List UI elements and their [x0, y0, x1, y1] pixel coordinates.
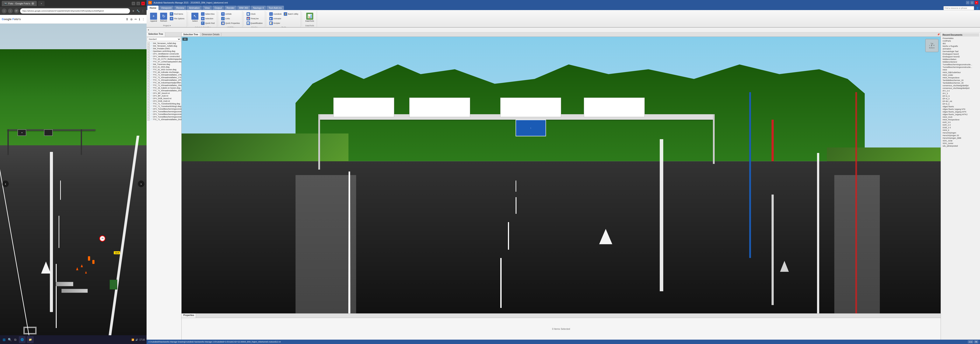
unhide-button[interactable]: 👁 Unhide — [220, 12, 241, 16]
tree-item-18[interactable]: ✓ 📄 TTC_71_Klimaatinstallaties_DGBNoord — [147, 89, 181, 92]
tree-checkbox-17[interactable]: ✓ — [148, 87, 150, 89]
recent-doc-28[interactable]: ridges fluerts_2egang WTK — [942, 110, 979, 113]
tree-checkbox-1[interactable]: ✓ — [148, 45, 150, 47]
browser-minimize[interactable]: ─ — [132, 2, 135, 5]
tree-checkbox-28[interactable]: ✓ — [148, 116, 150, 118]
nw-restore[interactable]: □ — [970, 1, 974, 5]
recent-doc-36[interactable]: Herschrijvingen — [942, 132, 979, 134]
zoom-button[interactable]: ⊕ — [130, 18, 133, 21]
batch-utility-button[interactable]: ⚡ Batch Utility — [283, 12, 299, 16]
tree-item-10[interactable]: ✓ 📄 TTC_61_MSS Scoren.dwg — [147, 68, 181, 71]
tree-checkbox-0[interactable]: ✓ — [148, 42, 150, 45]
tree-item-19[interactable]: ✓ 📄 CFV_BP_Noord.rvt — [147, 92, 181, 94]
tree-checkbox-3[interactable]: ✓ — [148, 50, 150, 52]
properties-tab[interactable]: Properties — [181, 314, 196, 318]
info-button[interactable]: ℹ — [139, 18, 140, 21]
pencil-button[interactable]: ✏ — [135, 18, 137, 21]
recent-doc-34[interactable]: DGB_2-3 — [942, 126, 979, 129]
tree-item-4[interactable]: ✓ 📄 CFV_Ventillatoren constructie — [147, 53, 181, 55]
animator-button[interactable]: ▶ Animator — [269, 16, 283, 21]
nav-refresh-button[interactable]: ⟳ — [14, 8, 19, 13]
tree-item-2[interactable]: ✓ 📄 SW_Portalen.DWG — [147, 47, 181, 50]
tree-checkbox-29[interactable]: ✓ — [148, 118, 150, 121]
share-button[interactable]: ⬆ — [126, 18, 129, 21]
ribbon-tab-review[interactable]: Review — [174, 6, 186, 10]
recent-doc-13[interactable]: HKM_DijkOudeKleur — [942, 71, 979, 74]
dimension-details-tab[interactable]: Dimension Details — [200, 33, 221, 36]
recent-doc-10[interactable]: TunnelBeschermingsconstructie... — [942, 63, 979, 66]
nav-forward-button[interactable]: › — [8, 8, 13, 13]
tree-item-6[interactable]: ✓ 📄 TTC_63_CCTV_Bedieningspolen.dwg — [147, 58, 181, 61]
ribbon-tab-view[interactable]: View — [202, 6, 212, 10]
tree-checkbox-25[interactable]: ✓ — [148, 108, 150, 110]
sv-prev-button[interactable]: ‹ — [2, 180, 9, 187]
tree-checkbox-27[interactable]: ✓ — [148, 113, 150, 115]
select-box-button[interactable]: □ Select Box — [200, 12, 215, 16]
recent-doc-3[interactable]: Morfor e Rugrafts — [942, 45, 979, 48]
tree-checkbox-10[interactable]: ✓ — [148, 68, 150, 71]
tree-item-5[interactable]: ✓ 📄 CFV_Ventillatoren constructie2 — [147, 55, 181, 58]
tree-item-8[interactable]: ✓ 📄 SW_Traverses.dwg — [147, 63, 181, 66]
recent-doc-31[interactable]: HKM_Perspectieve — [942, 118, 979, 121]
tree-checkbox-16[interactable]: ✓ — [148, 84, 150, 86]
ribbon-tab-navisgo[interactable]: Navisgo 4 — [251, 6, 266, 10]
datatools-button[interactable]: 📊 DataTools — [304, 12, 315, 23]
tree-checkbox-24[interactable]: ✓ — [148, 105, 150, 107]
taskbar-taskview[interactable]: ⧉ — [13, 338, 18, 342]
ribbon-tab-animation[interactable]: Animation — [187, 6, 202, 10]
browser-close[interactable]: × — [141, 2, 145, 5]
tree-checkbox-21[interactable]: ✓ — [148, 97, 150, 100]
zoom-fit[interactable]: fit — [974, 340, 978, 343]
tree-checkbox-9[interactable]: ✓ — [148, 66, 150, 68]
recent-doc-15[interactable]: HKM_Perspectieve — [942, 76, 979, 79]
recent-doc-22[interactable]: EP-N_S — [942, 95, 979, 97]
taskbar-chrome[interactable]: 🌐 — [19, 336, 25, 343]
recent-doc-19[interactable]: consensus_vluchtweg/abelijst2 — [942, 87, 979, 89]
tree-item-13[interactable]: ✓ 📄 TTC_71_Klimaatinstallaties_17Zuid — [147, 76, 181, 79]
selection-tree-tab-2[interactable]: Selection Tree — [181, 33, 200, 36]
tree-checkbox-14[interactable]: ✓ — [148, 79, 150, 81]
tree-checkbox-20[interactable]: ✓ — [148, 95, 150, 97]
tree-item-21[interactable]: ✓ 📄 CFV_DGB_Noord.rvt — [147, 97, 181, 100]
tree-checkbox-26[interactable]: ✓ — [148, 110, 150, 113]
links-button[interactable]: 🔗 Links — [220, 16, 241, 21]
tree-item-9[interactable]: ✓ 📄 KV2_61_MSS.dwg — [147, 66, 181, 68]
nw-close[interactable]: × — [975, 1, 978, 5]
quick-find-button[interactable]: 🔍 Quick Find — [200, 21, 215, 25]
tree-item-25[interactable]: ✓ 📄 CFV_TunnelBeschermingsconstruct.rvt — [147, 108, 181, 110]
tree-item-26[interactable]: ✓ 📄 CFV_TunnelBeschermingsconstruct2.rvt — [147, 110, 181, 113]
nav-back-button[interactable]: ‹ — [2, 8, 6, 13]
panel-pin[interactable]: 📌 — [936, 33, 940, 36]
recent-doc-40[interactable]: SDG_Junior — [942, 142, 979, 145]
find-items-button[interactable]: 🔍 Find Items — [169, 12, 185, 16]
clock-button[interactable]: 🕐 Clock — [246, 12, 264, 16]
recent-doc-17[interactable]: TambdeBeschermer_30 — [942, 81, 979, 84]
tree-item-28[interactable]: ✓ 📄 CFV_TunnelBeschermingsconstruct4.rvt — [147, 116, 181, 118]
recent-doc-8[interactable]: Middencritieken — [942, 58, 979, 61]
extension-icon[interactable]: 🔧 — [136, 9, 140, 13]
browser-maximize[interactable]: □ — [137, 2, 140, 5]
tree-checkbox-12[interactable]: ✓ — [148, 74, 150, 76]
tree-checkbox-22[interactable]: ✓ — [148, 100, 150, 102]
tree-checkbox-18[interactable]: ✓ — [148, 89, 150, 92]
tree-checkbox-4[interactable]: ✓ — [148, 53, 150, 55]
tree-checkbox-13[interactable]: ✓ — [148, 76, 150, 78]
tree-checkbox-23[interactable]: ✓ — [148, 103, 150, 105]
recent-doc-12[interactable]: HKM — [942, 68, 979, 71]
zoom-1-1[interactable]: 1:1 — [968, 340, 973, 343]
ribbon-tab-tooladdins[interactable]: Tool Add-ins — [266, 6, 284, 10]
tree-checkbox-15[interactable]: ✓ — [148, 81, 150, 84]
recent-doc-6[interactable]: Eindrapport Noord — [942, 53, 979, 55]
search-input[interactable] — [943, 6, 974, 10]
recent-doc-1[interactable]: CivilParts — [942, 40, 979, 42]
recent-doc-35[interactable]: HKM_6 — [942, 129, 979, 132]
autodesk-button[interactable]: A Autodesk — [269, 12, 283, 16]
recent-doc-26[interactable]: ridges fluerts — [942, 105, 979, 108]
recent-doc-11[interactable]: TunnelBeschermingsconstructie... — [942, 66, 979, 68]
ribbon-tab-output[interactable]: Output — [212, 6, 224, 10]
tree-item-14[interactable]: ✓ 📄 TTC_71_Klimaatinstallaties_1PNoord — [147, 79, 181, 81]
menu-icon[interactable]: ⋮ — [141, 9, 145, 13]
taskbar-search[interactable]: 🔍 — [8, 338, 12, 342]
tree-item-22[interactable]: ✓ 📄 CFV_DGB_Zuid.rvt — [147, 100, 181, 102]
recent-doc-18[interactable]: consensus_vluchtweg/abelijst — [942, 84, 979, 87]
